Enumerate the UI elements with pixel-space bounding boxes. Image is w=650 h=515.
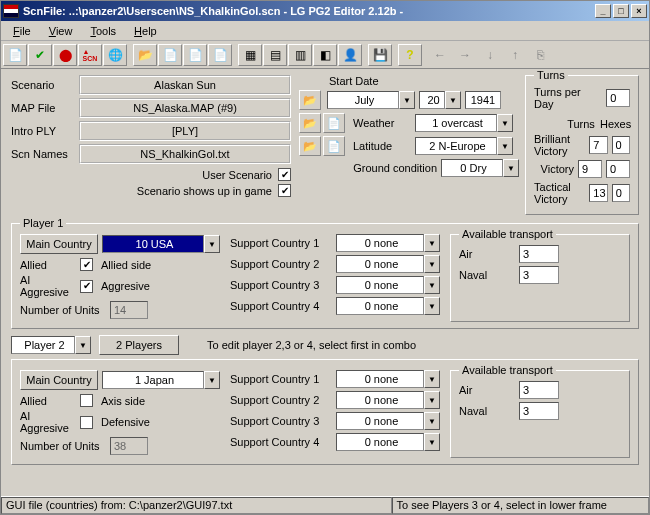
tool-new-icon[interactable]: 📄	[3, 44, 27, 66]
menu-help[interactable]: Help	[126, 23, 165, 39]
p2-allied-check[interactable]	[80, 394, 93, 407]
p2-mc-combo[interactable]: 1 Japan▼	[102, 371, 220, 389]
p1-sc3-label: Support Country 3	[230, 279, 336, 291]
tool-stop-icon[interactable]: ⬤	[53, 44, 77, 66]
tool-disk-icon[interactable]: 💾	[368, 44, 392, 66]
player-select-combo[interactable]: Player 2▼	[11, 336, 91, 354]
nav-left-icon[interactable]: ←	[428, 44, 452, 66]
showsup-check[interactable]: ✔	[278, 184, 291, 197]
nav-up-icon[interactable]: ↑	[503, 44, 527, 66]
scnnames-field[interactable]: NS_KhalkinGol.txt	[79, 144, 291, 164]
tool-globe-icon[interactable]: 🌐	[103, 44, 127, 66]
bv-hexes[interactable]: 0	[612, 136, 630, 154]
v-hexes[interactable]: 0	[606, 160, 630, 178]
tv-turns[interactable]: 13	[589, 184, 607, 202]
tool-open-icon[interactable]: 📂	[133, 44, 157, 66]
status-left: GUI file (countries) from: C:\panzer2\GU…	[1, 497, 392, 514]
p1-sc3-combo[interactable]: 0 none▼	[336, 276, 440, 294]
p2-sc2-combo[interactable]: 0 none▼	[336, 391, 440, 409]
close-button[interactable]: ×	[631, 4, 647, 18]
tpd-field[interactable]: 0	[606, 89, 630, 107]
hexes-head: Hexes	[600, 118, 630, 130]
scenario-field[interactable]: Alaskan Sun	[79, 75, 291, 95]
turns-group: Turns per Day0 TurnsHexes Brilliant Vict…	[525, 75, 639, 215]
maximize-button[interactable]: □	[613, 4, 629, 18]
introply-browse-icon[interactable]: 📂	[299, 113, 321, 133]
p1-allied-check[interactable]: ✔	[80, 258, 93, 271]
weather-label: Weather	[353, 117, 415, 129]
nav-copy-icon[interactable]: ⎘	[528, 44, 552, 66]
p1-aiagg-check[interactable]: ✔	[80, 280, 93, 293]
scnnames-doc-icon[interactable]: 📄	[323, 136, 345, 156]
p1-naval-field[interactable]: 3	[519, 266, 559, 284]
mapfile-field[interactable]: NS_Alaska.MAP (#9)	[79, 98, 291, 118]
tool-doc1-icon[interactable]: 📄	[158, 44, 182, 66]
tool-view2-icon[interactable]: ▤	[263, 44, 287, 66]
bv-turns[interactable]: 7	[589, 136, 607, 154]
p1-transport-group: Air3 Naval3	[450, 234, 630, 322]
statusbar: GUI file (countries) from: C:\panzer2\GU…	[1, 496, 649, 514]
tool-person-icon[interactable]: 👤	[338, 44, 362, 66]
day-combo[interactable]: 20▼	[419, 91, 461, 109]
tool-scn-icon[interactable]: ▲SCN	[78, 44, 102, 66]
players-count-button[interactable]: 2 Players	[99, 335, 179, 355]
p1-nunits-field: 14	[110, 301, 148, 319]
tpd-label: Turns per Day	[534, 86, 602, 110]
nav-right-icon[interactable]: →	[453, 44, 477, 66]
menu-tools[interactable]: Tools	[82, 23, 124, 39]
menu-file[interactable]: File	[5, 23, 39, 39]
menu-view[interactable]: View	[41, 23, 81, 39]
p2-air-field[interactable]: 3	[519, 381, 559, 399]
p1-air-label: Air	[459, 248, 519, 260]
p2-sc1-combo[interactable]: 0 none▼	[336, 370, 440, 388]
introply-doc-icon[interactable]: 📄	[323, 113, 345, 133]
p1-mc-combo[interactable]: 10 USA▼	[102, 235, 220, 253]
weather-combo[interactable]: 1 overcast▼	[415, 114, 513, 132]
tool-view1-icon[interactable]: ▦	[238, 44, 262, 66]
p1-aiagg-side: Aggresive	[101, 280, 150, 292]
mapfile-label: MAP File	[11, 102, 79, 114]
tool-view4-icon[interactable]: ◧	[313, 44, 337, 66]
tool-doc2-icon[interactable]: 📄	[183, 44, 207, 66]
p2-aiagg-side: Defensive	[101, 416, 150, 428]
p2-transport-group: Air3 Naval3	[450, 370, 630, 458]
ground-label: Ground condition	[349, 162, 437, 174]
p1-air-field[interactable]: 3	[519, 245, 559, 263]
p1-sc4-combo[interactable]: 0 none▼	[336, 297, 440, 315]
status-right: To see Players 3 or 4, select in lower f…	[392, 497, 649, 514]
bv-label: Brilliant Victory	[534, 133, 585, 157]
userscen-check[interactable]: ✔	[278, 168, 291, 181]
nav-down-icon[interactable]: ↓	[478, 44, 502, 66]
p1-sc2-label: Support Country 2	[230, 258, 336, 270]
p1-mc-button[interactable]: Main Country	[20, 234, 98, 254]
p1-nunits-label: Number of Units	[20, 304, 110, 316]
p1-allied-label: Allied	[20, 259, 80, 271]
month-combo[interactable]: July▼	[327, 91, 415, 109]
p2-sc4-combo[interactable]: 0 none▼	[336, 433, 440, 451]
tool-check-icon[interactable]: ✔	[28, 44, 52, 66]
p2-naval-field[interactable]: 3	[519, 402, 559, 420]
tv-hexes[interactable]: 0	[612, 184, 630, 202]
tool-view3-icon[interactable]: ▥	[288, 44, 312, 66]
year-field[interactable]: 1941	[465, 91, 501, 109]
toolbar: 📄 ✔ ⬤ ▲SCN 🌐 📂 📄 📄 📄 ▦ ▤ ▥ ◧ 👤 💾 ? ← → ↓…	[1, 41, 649, 69]
mapfile-browse-icon[interactable]: 📂	[299, 90, 321, 110]
v-turns[interactable]: 9	[578, 160, 602, 178]
p2-sc1-label: Support Country 1	[230, 373, 336, 385]
scenario-label: Scenario	[11, 79, 79, 91]
turns-head: Turns	[566, 118, 596, 130]
minimize-button[interactable]: _	[595, 4, 611, 18]
latitude-combo[interactable]: 2 N-Europe▼	[415, 137, 513, 155]
p1-sc2-combo[interactable]: 0 none▼	[336, 255, 440, 273]
p1-aiagg-label: AI Aggresive	[20, 274, 80, 298]
tool-help-icon[interactable]: ?	[398, 44, 422, 66]
p2-mc-button[interactable]: Main Country	[20, 370, 98, 390]
p2-allied-side: Axis side	[101, 395, 145, 407]
introply-field[interactable]: [PLY]	[79, 121, 291, 141]
ground-combo[interactable]: 0 Dry▼	[441, 159, 519, 177]
p2-aiagg-check[interactable]	[80, 416, 93, 429]
p2-sc3-combo[interactable]: 0 none▼	[336, 412, 440, 430]
p1-sc1-combo[interactable]: 0 none▼	[336, 234, 440, 252]
scnnames-browse-icon[interactable]: 📂	[299, 136, 321, 156]
tool-doc3-icon[interactable]: 📄	[208, 44, 232, 66]
